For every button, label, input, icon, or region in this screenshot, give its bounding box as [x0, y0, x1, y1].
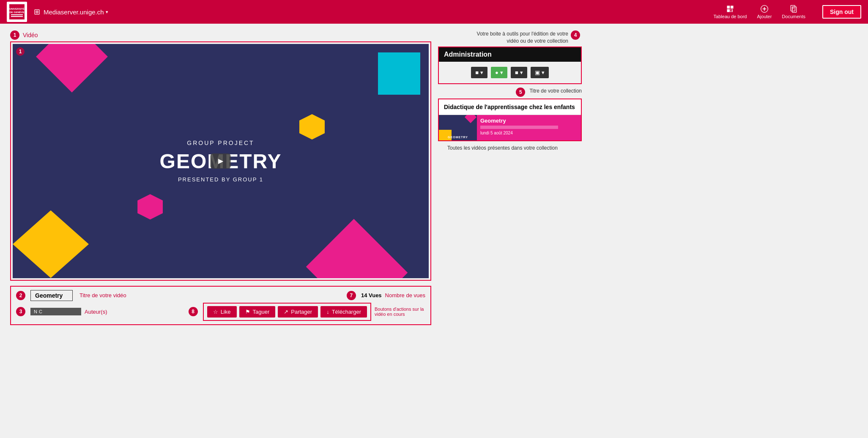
shape-yellow-mid [299, 114, 325, 140]
logo-icon: UNIVERSITÉ DE GENÈVE [7, 2, 27, 22]
thumb-shape-pink [465, 115, 476, 123]
badge-2: 2 [16, 291, 25, 300]
badge-4-top: 4 [571, 30, 580, 40]
svg-text:DE GENÈVE: DE GENÈVE [9, 11, 24, 14]
admin-tool-3[interactable]: ■ ▾ [511, 67, 527, 78]
file-dropdown: ▾ [480, 69, 483, 76]
taguer-button[interactable]: ⚑ Taguer [239, 306, 276, 318]
logo[interactable]: UNIVERSITÉ DE GENÈVE [7, 2, 27, 22]
folder-icon: ■ [515, 69, 518, 76]
file-icon: ■ [475, 69, 479, 76]
image-icon: ▣ [535, 69, 540, 76]
collection-video-thumb: GEOMETRY [439, 115, 477, 140]
shape-pink-bottomright [306, 219, 408, 278]
taguer-label: Taguer [253, 309, 270, 315]
badge-5: 5 [516, 88, 525, 97]
video-number-badge: 1 [16, 47, 25, 56]
site-dropdown-icon[interactable]: ▾ [106, 9, 108, 15]
header-nav: Tableau de bord Ajouter Documents Sign o… [714, 5, 861, 19]
authors-label-text: Auteur(s) [85, 309, 107, 315]
shape-teal-topright [378, 52, 420, 95]
nav-ajouter[interactable]: Ajouter [757, 5, 772, 19]
video-title-label: Titre de votre vidéo [79, 292, 126, 298]
collection-videos: 6 GEOMETRY Geometry lundi 5 août 2024 [439, 115, 581, 140]
video-info-section: 2 Geometry Titre de votre vidéo 7 14 Vue… [10, 286, 431, 325]
collection-panel: Didactique de l'apprentissage chez les e… [438, 99, 582, 141]
telecharger-label: Télécharger [332, 309, 361, 315]
video-subtitle: GROUP PROJECT [160, 140, 282, 146]
authors-box: N C [30, 308, 81, 315]
telecharger-button[interactable]: ↓ Télécharger [320, 306, 367, 318]
collection-video-desc [480, 126, 558, 129]
author-1: N [34, 309, 37, 314]
annotation-4-text: Votre boite à outils pour l'édition de v… [467, 30, 568, 45]
admin-tool-4[interactable]: ▣ ▾ [531, 67, 549, 78]
admin-panel: Administration ■ ▾ ● ▾ ■ ▾ ▣ ▾ [438, 47, 582, 84]
dashboard-icon [726, 5, 734, 13]
nav-documents[interactable]: Documents [782, 5, 805, 19]
video-title-display: Geometry [30, 290, 73, 301]
badge-3: 3 [16, 307, 25, 316]
video-title-label-text: Titre de votre vidéo [79, 292, 126, 298]
video-info-row: 2 Geometry Titre de votre vidéo 7 14 Vue… [16, 290, 425, 301]
main-content: 1 Vidéo 1 GROUP PROJECT GEOMETRY [0, 24, 592, 335]
sign-out-button[interactable]: Sign out [822, 5, 861, 19]
green-dot-icon: ● [495, 69, 498, 76]
bottom-info: 3 N C Auteur(s) 8 ☆ Like [16, 303, 425, 321]
video-section-label: 1 Vidéo [10, 30, 431, 40]
thumb-text: GEOMETRY [439, 136, 477, 139]
video-label-text: Vidéo [23, 32, 38, 38]
thumb-bg: GEOMETRY [439, 115, 477, 140]
collection-video-date: lundi 5 août 2024 [480, 131, 578, 135]
svg-rect-4 [11, 16, 23, 17]
download-icon: ↓ [326, 309, 329, 315]
admin-header: Administration [439, 47, 581, 62]
like-button[interactable]: ☆ Like [207, 306, 237, 318]
image-dropdown: ▾ [542, 69, 545, 76]
annotation-5-text: Titre de votre collection [529, 88, 582, 95]
right-column: Votre boite à outils pour l'édition de v… [438, 30, 582, 328]
video-player[interactable]: 1 GROUP PROJECT GEOMETRY PRESENTED BY GR… [13, 44, 429, 278]
actions-label: Boutons d'actions sur la vidéo en cours [375, 307, 425, 317]
badge-1: 1 [10, 30, 19, 40]
thumb-shape-yellow [439, 130, 452, 140]
shape-pink-topleft [36, 44, 108, 93]
tag-icon: ⚑ [245, 309, 250, 315]
annotation-6-text: Toutes les vidéos présentes dans votre c… [447, 145, 558, 152]
green-dropdown: ▾ [500, 69, 503, 76]
badge-8: 8 [189, 307, 198, 316]
annotation-6-row: Toutes les vidéos présentes dans votre c… [438, 145, 582, 152]
svg-text:UNIVERSITÉ: UNIVERSITÉ [9, 7, 25, 10]
partager-button[interactable]: ↗ Partager [278, 306, 318, 318]
views-label: Nombre de vues [385, 292, 425, 298]
video-section: 1 GROUP PROJECT GEOMETRY PRESENTED BY GR… [10, 41, 431, 281]
nav-documents-label: Documents [782, 14, 805, 19]
video-text-overlay: GROUP PROJECT GEOMETRY PRESENTED BY GROU… [160, 140, 282, 183]
header: UNIVERSITÉ DE GENÈVE ⊞ Mediaserver.unige… [0, 0, 868, 24]
like-icon: ☆ [213, 309, 218, 315]
nav-tableau-de-bord[interactable]: Tableau de bord [714, 5, 747, 19]
nav-tableau-label: Tableau de bord [714, 14, 747, 19]
collection-title: Didactique de l'apprentissage chez les e… [439, 99, 581, 115]
admin-tool-1[interactable]: ■ ▾ [471, 67, 487, 78]
authors-label: Auteur(s) [85, 309, 107, 315]
author-2: C [39, 309, 42, 314]
collection-video-item[interactable]: 6 GEOMETRY Geometry lundi 5 août 2024 [439, 115, 581, 140]
play-button[interactable] [211, 153, 231, 169]
site-name[interactable]: Mediaserver.unige.ch [44, 8, 104, 16]
grid-icon[interactable]: ⊞ [34, 7, 40, 16]
admin-toolbar: ■ ▾ ● ▾ ■ ▾ ▣ ▾ [439, 62, 581, 83]
svg-rect-3 [11, 14, 23, 15]
views-count: 14 Vues [361, 292, 382, 298]
admin-tool-2[interactable]: ● ▾ [491, 67, 507, 78]
shape-yellow-bottomleft [13, 211, 89, 278]
annotation-4-row: Votre boite à outils pour l'édition de v… [438, 30, 582, 45]
folder-dropdown: ▾ [520, 69, 523, 76]
partager-label: Partager [291, 309, 312, 315]
collection-video-title: Geometry [480, 118, 578, 124]
add-icon [760, 5, 769, 13]
share-icon: ↗ [284, 309, 288, 315]
svg-rect-12 [792, 7, 797, 12]
nav-ajouter-label: Ajouter [757, 14, 772, 19]
unige-logo-svg: UNIVERSITÉ DE GENÈVE [9, 4, 25, 19]
